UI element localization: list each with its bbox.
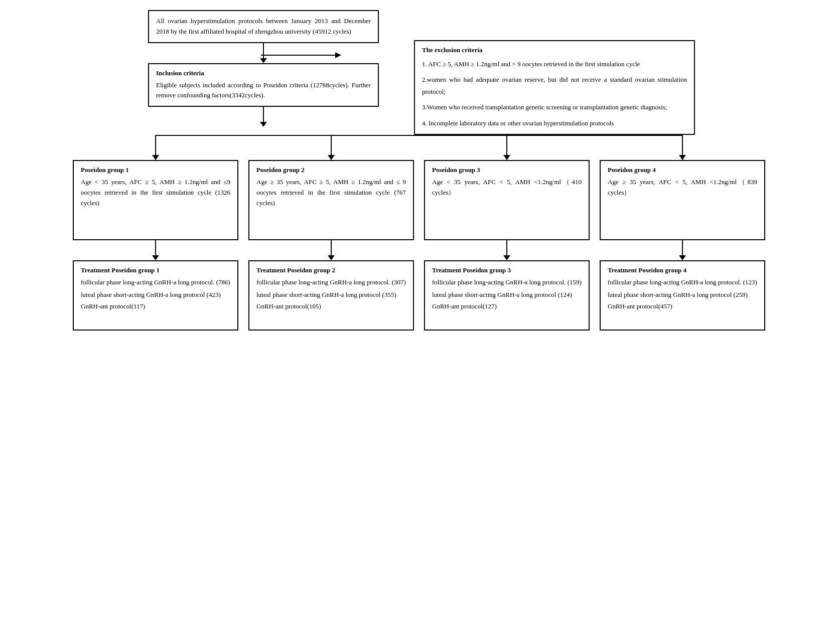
treatment-1-line-1: luteal phase short-acting GnRH-a long pr… [81, 290, 230, 300]
group-2-title: Poseidon group 2 [256, 166, 305, 174]
arrow-g4 [679, 240, 686, 260]
arrow-down-2 [260, 107, 267, 127]
col-3: Poseidon group 3 Age < 35 years, AFC < 5… [424, 160, 590, 331]
treatment-box-3: Treatment Poseidon group 3 follicular ph… [424, 260, 590, 331]
treatment-2-line-2: GnRH-ant protocol(105) [256, 302, 406, 310]
arrow-g1 [152, 240, 159, 260]
treatment-box-2: Treatment Poseidon group 2 follicular ph… [248, 260, 414, 331]
col-2: Poseidon group 2 Age ≥ 35 years, AFC ≥ 5… [248, 160, 414, 331]
group-box-1: Poseidon group 1 Age < 35 years, AFC ≥ 5… [73, 160, 238, 240]
group-1-text: Age < 35 years, AFC ≥ 5, AMH ≥ 1.2ng/ml … [81, 177, 230, 208]
arrow-g3 [503, 240, 510, 260]
exclusion-title: The exclusion criteria [422, 46, 483, 54]
arrow-down-1 [260, 43, 267, 63]
treatment-box-1: Treatment Poseidon group 1 follicular ph… [73, 260, 238, 331]
col-1: Poseidon group 1 Age < 35 years, AFC ≥ 5… [73, 160, 238, 331]
group-box-2: Poseidon group 2 Age ≥ 35 years, AFC ≥ 5… [248, 160, 414, 240]
group-2-text: Age ≥ 35 years, AFC ≥ 5, AMH ≥ 1.2ng/ml … [256, 177, 406, 208]
exclusion-item-2: 3.Women who received transplantation gen… [422, 101, 687, 113]
group-1-title: Poseidon group 1 [81, 166, 129, 174]
treatment-3-line-0: follicular phase long-acting GnRH-a long… [432, 277, 582, 288]
treatment-4-line-0: follicular phase long-acting GnRH-a long… [608, 277, 757, 288]
treatment-2-title: Treatment Poseidon group 2 [256, 266, 335, 274]
group-3-text: Age < 35 years, AFC < 5, AMH <1.2ng/ml（4… [432, 177, 582, 198]
treatment-1-line-2: GnRH-ant protocol(117) [81, 302, 230, 310]
top-box: All ovarian hyperstimulation protocols b… [148, 10, 379, 43]
treatment-2-line-1: luteal phase short-acting GnRH-a long pr… [256, 290, 406, 300]
group-3-title: Poseidon group 3 [432, 166, 480, 174]
exclusion-item-3: 4. Incomplete laboratory data or other o… [422, 117, 687, 129]
group-box-4: Poseidon group 4 Age ≥ 35 years, AFC < 5… [600, 160, 765, 240]
treatment-4-line-1: luteal phase short-acting GnRH-a long pr… [608, 290, 757, 300]
arrow-g2 [328, 240, 335, 260]
treatment-box-4: Treatment Poseidon group 4 follicular ph… [600, 260, 765, 331]
inclusion-box: Inclusion criteria Eligible subjects inc… [148, 63, 379, 107]
exclusion-item-0: 1. AFC ≥ 5, AMH ≥ 1.2ng/ml and > 9 oocyt… [422, 58, 687, 70]
group-4-title: Poseidon group 4 [608, 166, 656, 174]
inclusion-title: Inclusion criteria [156, 69, 204, 77]
group-row: Poseidon group 1 Age < 35 years, AFC ≥ 5… [68, 160, 770, 331]
group-4-text: Age ≥ 35 years, AFC < 5, AMH <1.2ng/ml（8… [608, 177, 757, 198]
inclusion-text: Eligible subjects included according to … [156, 80, 371, 101]
treatment-4-line-2: GnRH-ant protocol(457) [608, 302, 757, 310]
treatment-1-line-0: follicular phase long-acting GnRH-a long… [81, 277, 230, 288]
treatment-3-line-1: luteal phase short-acting GnRH-a long pr… [432, 290, 582, 300]
branch-connector [68, 135, 770, 160]
treatment-3-line-2: GnRH-ant protocol(127) [432, 302, 582, 310]
top-box-text: All ovarian hyperstimulation protocols b… [156, 16, 371, 37]
treatment-1-title: Treatment Poseidon group 1 [81, 266, 160, 274]
exclusion-box: The exclusion criteria 1. AFC ≥ 5, AMH ≥… [414, 40, 695, 135]
treatment-2-line-0: follicular phase long-acting GnRH-a long… [256, 277, 406, 288]
col-4: Poseidon group 4 Age ≥ 35 years, AFC < 5… [600, 160, 765, 331]
exclusion-item-1: 2.women who had adequate ovarian reserve… [422, 74, 687, 97]
group-box-3: Poseidon group 3 Age < 35 years, AFC < 5… [424, 160, 590, 240]
treatment-4-title: Treatment Poseidon group 4 [608, 266, 686, 274]
treatment-3-title: Treatment Poseidon group 3 [432, 266, 511, 274]
flowchart: All ovarian hyperstimulation protocols b… [10, 10, 828, 331]
